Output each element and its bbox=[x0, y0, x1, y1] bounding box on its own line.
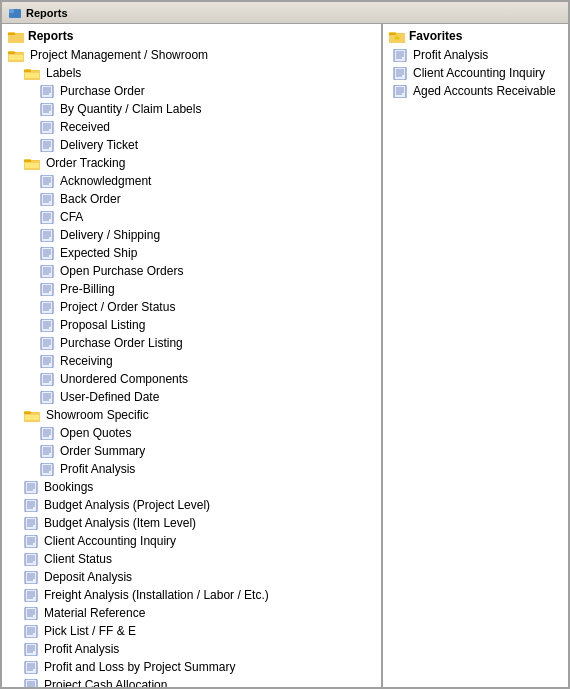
report-icon bbox=[40, 265, 54, 278]
tree-item-proposal-listing[interactable]: Proposal Listing bbox=[4, 316, 379, 334]
fav-item-fav-client-accounting[interactable]: Client Accounting Inquiry bbox=[385, 64, 566, 82]
report-icon bbox=[40, 373, 54, 386]
tree-item-delivery-shipping[interactable]: Delivery / Shipping bbox=[4, 226, 379, 244]
tree-item-label: Bookings bbox=[44, 479, 93, 495]
left-panel-header: Reports bbox=[4, 26, 379, 46]
tree-item-budget-analysis-project[interactable]: Budget Analysis (Project Level) bbox=[4, 496, 379, 514]
report-icon bbox=[24, 499, 38, 512]
report-icon bbox=[24, 571, 38, 584]
tree-item-deposit-analysis[interactable]: Deposit Analysis bbox=[4, 568, 379, 586]
tree-item-label: Showroom Specific bbox=[46, 407, 149, 423]
folder-icon bbox=[24, 67, 40, 80]
tree-item-label: Client Status bbox=[44, 551, 112, 567]
fav-item-fav-aged-accounts[interactable]: Aged Accounts Receivable bbox=[385, 82, 566, 100]
tree-item-budget-analysis-item[interactable]: Budget Analysis (Item Level) bbox=[4, 514, 379, 532]
right-panel-title: Favorites bbox=[409, 29, 462, 43]
tree-item-label: Project Cash Allocation bbox=[44, 677, 167, 687]
report-icon bbox=[24, 589, 38, 602]
report-icon bbox=[40, 229, 54, 242]
left-panel[interactable]: Reports Project Management / Showroom La… bbox=[2, 24, 383, 687]
fav-label: Client Accounting Inquiry bbox=[413, 65, 545, 81]
report-icon bbox=[40, 283, 54, 296]
fav-icon bbox=[393, 85, 407, 98]
tree-item-bookings[interactable]: Bookings bbox=[4, 478, 379, 496]
tree-item-profit-analysis-ss[interactable]: Profit Analysis bbox=[4, 460, 379, 478]
tree-item-label: Project Management / Showroom bbox=[30, 47, 208, 63]
tree-item-showroom-specific[interactable]: Showroom Specific bbox=[4, 406, 379, 424]
tree-item-open-purchase-orders[interactable]: Open Purchase Orders bbox=[4, 262, 379, 280]
right-panel[interactable]: Favorites Profit Analysis Client Account… bbox=[383, 24, 568, 687]
tree-item-back-order[interactable]: Back Order bbox=[4, 190, 379, 208]
tree-item-label: Pick List / FF & E bbox=[44, 623, 136, 639]
report-icon bbox=[40, 355, 54, 368]
folder-icon bbox=[24, 409, 40, 422]
report-icon bbox=[40, 445, 54, 458]
tree-item-user-defined-date[interactable]: User-Defined Date bbox=[4, 388, 379, 406]
fav-label: Aged Accounts Receivable bbox=[413, 83, 556, 99]
tree-item-receiving[interactable]: Receiving bbox=[4, 352, 379, 370]
content-area: Reports Project Management / Showroom La… bbox=[2, 24, 568, 687]
tree-item-material-reference[interactable]: Material Reference bbox=[4, 604, 379, 622]
tree-item-by-quantity[interactable]: By Quantity / Claim Labels bbox=[4, 100, 379, 118]
svg-rect-40 bbox=[25, 163, 39, 168]
tree-item-order-tracking[interactable]: Order Tracking bbox=[4, 154, 379, 172]
svg-rect-209 bbox=[389, 33, 396, 35]
tree-item-delivery-ticket[interactable]: Delivery Ticket bbox=[4, 136, 379, 154]
reports-folder-icon bbox=[8, 30, 24, 43]
report-icon bbox=[40, 121, 54, 134]
window-icon bbox=[8, 6, 22, 20]
tree-item-client-accounting-inquiry[interactable]: Client Accounting Inquiry bbox=[4, 532, 379, 550]
svg-rect-4 bbox=[8, 34, 24, 43]
tree-item-label: Proposal Listing bbox=[60, 317, 145, 333]
tree-item-project-mgmt[interactable]: Project Management / Showroom bbox=[4, 46, 379, 64]
tree-item-label: Freight Analysis (Installation / Labor /… bbox=[44, 587, 269, 603]
tree-item-acknowledgment[interactable]: Acknowledgment bbox=[4, 172, 379, 190]
tree-item-project-order-status[interactable]: Project / Order Status bbox=[4, 298, 379, 316]
tree-item-purchase-order-listing[interactable]: Purchase Order Listing bbox=[4, 334, 379, 352]
tree-item-project-cash-allocation[interactable]: Project Cash Allocation bbox=[4, 676, 379, 687]
tree-item-label: Back Order bbox=[60, 191, 121, 207]
report-icon bbox=[24, 679, 38, 688]
favorites-folder-icon bbox=[389, 30, 405, 43]
report-icon bbox=[40, 247, 54, 260]
tree-item-label: Received bbox=[60, 119, 110, 135]
tree-item-cfa[interactable]: CFA bbox=[4, 208, 379, 226]
tree-item-client-status[interactable]: Client Status bbox=[4, 550, 379, 568]
tree-item-label: Profit Analysis bbox=[44, 641, 119, 657]
tree-item-expected-ship[interactable]: Expected Ship bbox=[4, 244, 379, 262]
tree-item-open-quotes[interactable]: Open Quotes bbox=[4, 424, 379, 442]
tree-item-profit-loss-project[interactable]: Profit and Loss by Project Summary bbox=[4, 658, 379, 676]
tree-item-profit-analysis[interactable]: Profit Analysis bbox=[4, 640, 379, 658]
svg-rect-110 bbox=[25, 415, 39, 420]
report-icon bbox=[24, 661, 38, 674]
tree-item-label: Order Tracking bbox=[46, 155, 125, 171]
tree-item-pick-list[interactable]: Pick List / FF & E bbox=[4, 622, 379, 640]
tree-item-label: By Quantity / Claim Labels bbox=[60, 101, 201, 117]
tree-item-label: Unordered Components bbox=[60, 371, 188, 387]
tree-item-order-summary[interactable]: Order Summary bbox=[4, 442, 379, 460]
tree-item-unordered-components[interactable]: Unordered Components bbox=[4, 370, 379, 388]
report-icon bbox=[40, 211, 54, 224]
report-icon bbox=[40, 85, 54, 98]
report-icon bbox=[24, 535, 38, 548]
report-icon bbox=[24, 607, 38, 620]
tree-item-label: Delivery Ticket bbox=[60, 137, 138, 153]
tree-item-label: Delivery / Shipping bbox=[60, 227, 160, 243]
tree-container: Project Management / Showroom Labels Pur… bbox=[4, 46, 379, 687]
tree-item-label: Receiving bbox=[60, 353, 113, 369]
tree-item-label: Purchase Order bbox=[60, 83, 145, 99]
favorites-container: Profit Analysis Client Accounting Inquir… bbox=[385, 46, 566, 100]
report-icon bbox=[24, 643, 38, 656]
tree-item-purchase-order[interactable]: Purchase Order bbox=[4, 82, 379, 100]
tree-item-label: Project / Order Status bbox=[60, 299, 175, 315]
tree-item-labels[interactable]: Labels bbox=[4, 64, 379, 82]
right-panel-header: Favorites bbox=[385, 26, 566, 46]
fav-item-fav-profit-analysis[interactable]: Profit Analysis bbox=[385, 46, 566, 64]
tree-item-label: Pre-Billing bbox=[60, 281, 115, 297]
tree-item-freight-analysis[interactable]: Freight Analysis (Installation / Labor /… bbox=[4, 586, 379, 604]
tree-item-received[interactable]: Received bbox=[4, 118, 379, 136]
fav-icon bbox=[393, 67, 407, 80]
report-icon bbox=[24, 481, 38, 494]
report-icon bbox=[40, 319, 54, 332]
tree-item-pre-billing[interactable]: Pre-Billing bbox=[4, 280, 379, 298]
